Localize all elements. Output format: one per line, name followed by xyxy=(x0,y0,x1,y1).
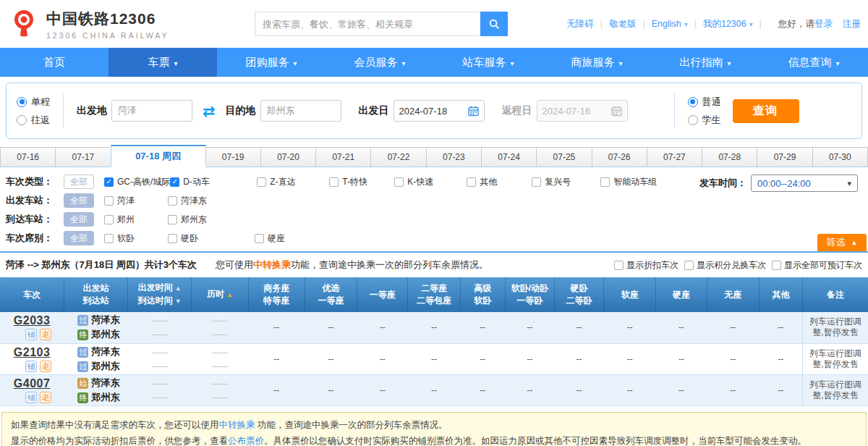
search-button[interactable] xyxy=(480,12,508,36)
trip-single-radio[interactable]: 单程 xyxy=(17,96,50,109)
date-tab[interactable]: 07-29 xyxy=(757,147,812,167)
checkbox-icon xyxy=(614,261,624,270)
link-elder-version[interactable]: 敬老版 xyxy=(609,18,637,30)
filter-option[interactable]: Z-直达 xyxy=(257,176,329,188)
train-code-link[interactable]: G4007 xyxy=(0,377,64,390)
elder-tag: 老 xyxy=(40,361,51,372)
date-tab[interactable]: 07-22 xyxy=(370,147,426,167)
date-tab[interactable]: 07-26 xyxy=(592,147,647,167)
filter-option[interactable]: GC-高铁/城际 xyxy=(104,176,170,188)
chevron-down-icon: ▾ xyxy=(749,20,753,28)
greeting-text: 您好，请 xyxy=(778,18,814,30)
nav-travel-guide[interactable]: 出行指南▾ xyxy=(651,48,760,77)
checkbox-icon xyxy=(104,177,114,187)
link-accessibility[interactable]: 无障碍 xyxy=(566,18,594,30)
train-code-link[interactable]: G2033 xyxy=(0,314,64,327)
toggle-bookable-trains[interactable]: 显示全部可预订车次 xyxy=(772,259,862,272)
sleeper-tag: 铺 xyxy=(25,392,37,403)
login-link[interactable]: 登录 xyxy=(814,18,833,30)
return-date-input[interactable]: 2024-07-16 xyxy=(537,100,628,122)
filter-option[interactable]: T-特快 xyxy=(329,176,394,188)
filter-option[interactable]: 郑州东 xyxy=(168,214,255,226)
nav-home[interactable]: 首页 xyxy=(0,48,109,77)
register-link[interactable]: 注册 xyxy=(843,18,861,30)
trip-type-group: 单程 往返 xyxy=(17,96,50,127)
nav-info-query[interactable]: 信息查询▾ xyxy=(760,48,868,77)
date-tab[interactable]: 07-28 xyxy=(702,147,757,167)
chevron-down-icon: ▾ xyxy=(401,59,405,67)
transfer-link[interactable]: 中转换乘 xyxy=(253,259,291,270)
transfer-hint: 您可使用中转换乘功能，查询途中换乘一次的部分列车余票情况。 xyxy=(216,258,488,272)
col-times-sort[interactable]: 出发时间▲ 到达时间▼ xyxy=(128,277,192,312)
filter-option[interactable]: 郑州 xyxy=(104,214,168,226)
filter-option[interactable]: 硬座 xyxy=(255,232,327,245)
filter-label: 车次席别： xyxy=(6,232,64,245)
date-tab[interactable]: 07-17 xyxy=(55,147,111,167)
filter-option[interactable]: 菏泽东 xyxy=(168,195,255,207)
published-price-link[interactable]: 公布票价 xyxy=(228,436,264,446)
toggle-discount-trains[interactable]: 显示折扣车次 xyxy=(614,259,678,272)
checkbox-icon xyxy=(104,234,114,243)
date-tab[interactable]: 07-16 xyxy=(0,147,56,167)
date-tab-active[interactable]: 07-18 周四 xyxy=(111,145,206,167)
date-tab[interactable]: 07-30 xyxy=(812,147,868,167)
depart-date-input[interactable]: 2024-07-18 xyxy=(393,100,485,122)
link-english[interactable]: English▾ xyxy=(652,19,688,29)
to-input[interactable] xyxy=(260,100,341,122)
query-button[interactable]: 查询 xyxy=(733,99,799,123)
date-tab[interactable]: 07-19 xyxy=(205,147,261,167)
col-duration-sort[interactable]: 历时▲ xyxy=(192,277,248,312)
type-normal-radio[interactable]: 普通 xyxy=(688,96,721,109)
logo-title: 中国铁路12306 xyxy=(46,9,169,29)
transfer-link[interactable]: 中转换乘 xyxy=(219,420,255,430)
filter-option[interactable]: D-动车 xyxy=(170,176,257,188)
divider: | xyxy=(600,19,603,29)
search-input[interactable] xyxy=(255,12,480,36)
from-input[interactable] xyxy=(111,100,192,122)
filter-option[interactable]: 软卧 xyxy=(104,232,168,245)
divider xyxy=(674,93,675,128)
sort-desc-icon: ▼ xyxy=(175,298,182,305)
filter-option[interactable]: 菏泽 xyxy=(104,195,168,207)
nav-station-services[interactable]: 站车服务▾ xyxy=(434,48,542,77)
filter-all-button[interactable]: 全部 xyxy=(64,193,94,208)
filter-button[interactable]: 筛选 ▲ xyxy=(817,234,867,251)
date-tab[interactable]: 07-24 xyxy=(481,147,537,167)
date-tab[interactable]: 07-20 xyxy=(260,147,316,167)
trip-round-radio[interactable]: 往返 xyxy=(17,114,50,127)
query-panel: 单程 往返 出发地 ⇄ 目的地 出发日 2024-07-18 返程日 2024-… xyxy=(6,83,862,139)
type-student-radio[interactable]: 学生 xyxy=(688,114,721,127)
swap-stations-icon[interactable]: ⇄ xyxy=(203,104,216,119)
filter-option[interactable]: 硬卧 xyxy=(168,232,255,245)
nav-member-services[interactable]: 会员服务▾ xyxy=(326,48,434,77)
filter-row-depart-station: 出发车站： 全部 菏泽 菏泽东 xyxy=(6,193,862,208)
checkbox-icon xyxy=(257,177,266,187)
nav-group-services[interactable]: 团购服务▾ xyxy=(217,48,326,77)
chevron-up-icon: ▲ xyxy=(851,239,858,246)
col-preferred-first: 优选一等座 xyxy=(305,277,357,312)
nav-business-travel[interactable]: 商旅服务▾ xyxy=(542,48,651,77)
nav-tickets[interactable]: 车票▾ xyxy=(109,48,217,77)
col-other: 其他 xyxy=(759,277,802,312)
filter-option[interactable]: 复兴号 xyxy=(532,176,600,188)
filter-option[interactable]: 其他 xyxy=(467,176,532,188)
filter-all-button[interactable]: 全部 xyxy=(64,231,94,245)
train-code-link[interactable]: G2103 xyxy=(0,346,64,359)
date-tab[interactable]: 07-21 xyxy=(315,147,371,167)
filter-all-button[interactable]: 全部 xyxy=(64,212,94,227)
col-hard-sleeper: 硬卧二等卧 xyxy=(554,277,603,312)
train-row: G2103 铺老 过菏泽东 过郑州东 ------------ --------… xyxy=(0,343,868,374)
depart-time-label: 发车时间： xyxy=(699,177,746,190)
filter-label: 出发车站： xyxy=(6,194,64,207)
depart-time-select[interactable]: 00:00--24:00 ▾ xyxy=(751,174,858,192)
date-tab[interactable]: 07-23 xyxy=(426,147,482,167)
link-my12306[interactable]: 我的12306▾ xyxy=(703,18,753,30)
filter-all-button[interactable]: 全部 xyxy=(64,174,94,189)
radio-icon xyxy=(17,115,27,125)
remark-cell: 列车运行图调整,暂停发售 xyxy=(803,312,868,343)
date-tab[interactable]: 07-25 xyxy=(536,147,592,167)
toggle-points-trains[interactable]: 显示积分兑换车次 xyxy=(684,259,766,272)
filter-option[interactable]: K-快速 xyxy=(394,176,467,188)
filter-option[interactable]: 智能动车组 xyxy=(600,176,664,188)
date-tab[interactable]: 07-27 xyxy=(647,147,702,167)
